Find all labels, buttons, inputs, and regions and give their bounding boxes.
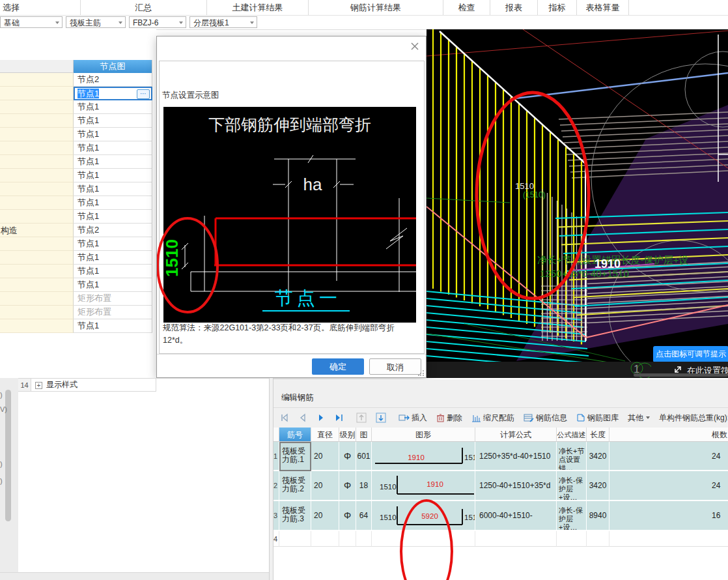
left-cell[interactable] xyxy=(0,196,74,210)
scale-rebar-button[interactable]: 缩尺配筋 xyxy=(471,413,514,424)
display-style-row[interactable]: +显示样式 xyxy=(31,379,156,392)
menu-tab-index[interactable]: 指标 xyxy=(538,0,577,15)
cell-length[interactable]: 3420 xyxy=(587,471,609,501)
cell-grade[interactable]: Φ xyxy=(339,442,356,471)
node-edit-input[interactable]: 节点1 xyxy=(77,89,99,98)
cell-diameter[interactable] xyxy=(311,531,339,547)
cell-diameter[interactable]: 20 xyxy=(311,471,339,501)
node-row[interactable]: 节点1 xyxy=(74,155,152,169)
cell-count[interactable] xyxy=(609,531,728,547)
menu-tab-rebar-results[interactable]: 钢筋计算结果 xyxy=(309,0,443,15)
left-cell[interactable] xyxy=(0,114,74,128)
left-cell[interactable] xyxy=(0,87,74,100)
node-row[interactable]: 节点1 xyxy=(74,251,152,265)
node-row[interactable]: 节点2 xyxy=(74,224,152,237)
cell-grade[interactable] xyxy=(339,531,356,547)
menu-tab-check[interactable]: 检查 xyxy=(443,0,490,15)
cell-figno[interactable]: 18 xyxy=(356,471,372,501)
ok-button[interactable]: 确定 xyxy=(312,358,364,375)
cell-count[interactable]: 16 xyxy=(609,501,728,531)
cell-figno[interactable]: 64 xyxy=(356,501,372,531)
left-cell[interactable] xyxy=(0,182,74,196)
left-cell[interactable] xyxy=(0,73,74,87)
expand-icon[interactable]: + xyxy=(35,382,42,389)
left-cell[interactable] xyxy=(0,100,74,114)
left-cell[interactable] xyxy=(0,319,74,333)
col-header-length[interactable]: 长度 xyxy=(587,428,609,442)
menu-tab-select[interactable]: 选择 xyxy=(0,0,81,15)
nav-last-icon[interactable] xyxy=(335,413,346,422)
left-cell[interactable] xyxy=(0,306,74,319)
cell-desc[interactable]: 净长-保护层+设… xyxy=(557,501,587,531)
delete-button[interactable]: 删除 xyxy=(436,413,462,424)
rebar-row-2[interactable]: 2 筏板受力筋.2 20 Φ 18 1510 1910 1250-40+1510… xyxy=(273,471,728,501)
node-row[interactable]: 节点1 xyxy=(74,114,152,128)
node-row[interactable]: 节点1 xyxy=(74,169,152,182)
nav-first-icon[interactable] xyxy=(280,413,291,422)
nav-next-icon[interactable] xyxy=(317,413,327,422)
cell-formula[interactable]: 1250+35*d-40+1510 xyxy=(475,442,557,471)
cell-length[interactable]: 8940 xyxy=(587,501,609,531)
cell-desc[interactable]: 净长-保护层+设… xyxy=(557,471,587,501)
cell-diameter[interactable]: 20 xyxy=(311,501,339,531)
rebar-info-button[interactable]: 钢筋信息 xyxy=(524,413,567,424)
insert-button[interactable]: 插入 xyxy=(399,413,427,424)
left-cell[interactable] xyxy=(0,128,74,141)
node-row[interactable]: 节点1 xyxy=(74,141,152,155)
cell-count[interactable]: 24 xyxy=(609,471,728,501)
cell-name[interactable]: 筏板受力筋.2 xyxy=(279,471,311,501)
left-cell[interactable] xyxy=(0,141,74,155)
cell-count[interactable]: 24 xyxy=(609,442,728,471)
3d-viewport[interactable]: 1510 (1510) 净长+节点设置锚固长度-保护层+设 1250+35*d-… xyxy=(427,29,728,378)
layer-dropdown[interactable]: 分层筏板1 xyxy=(189,16,257,28)
menu-tab-summary[interactable]: 汇总 xyxy=(81,0,207,15)
move-down-icon[interactable] xyxy=(376,413,388,423)
node-row[interactable]: 节点1 xyxy=(74,319,152,333)
cell-name[interactable]: 筏板受力筋.1 xyxy=(279,442,311,471)
cell-formula[interactable]: 1250-40+1510+35*d xyxy=(475,471,557,501)
col-header-name[interactable]: 筋号 xyxy=(279,428,311,442)
cell-grade[interactable]: Φ xyxy=(339,471,356,501)
left-cell[interactable] xyxy=(0,155,74,169)
menu-tab-civil-results[interactable]: 土建计算结果 xyxy=(207,0,309,15)
cell-shape[interactable]: 1910 1510 xyxy=(372,442,475,471)
node-row-editing[interactable]: 节点1⋯ xyxy=(74,87,152,100)
cell-formula[interactable] xyxy=(475,531,557,547)
menu-tab-report[interactable]: 报表 xyxy=(490,0,538,15)
node-row[interactable]: 矩形布置 xyxy=(74,306,152,319)
col-header-figno[interactable]: 图号 xyxy=(356,428,372,442)
move-up-icon[interactable] xyxy=(356,413,369,423)
rebar-row-4[interactable]: 4 xyxy=(273,531,728,547)
close-icon[interactable] xyxy=(410,41,420,51)
other-dropdown[interactable]: 其他 xyxy=(628,413,650,424)
col-header-shape[interactable]: 图形 xyxy=(372,428,475,442)
resize-grip[interactable] xyxy=(418,370,425,376)
cell-figno[interactable]: 601 xyxy=(356,442,372,471)
cell-grade[interactable]: Φ xyxy=(339,501,356,531)
left-cell[interactable] xyxy=(0,278,74,292)
rebar-row-1[interactable]: 1 筏板受力筋.1 20 Φ 601 1910 1510 1250+35*d-4… xyxy=(273,442,728,471)
cell-desc[interactable]: 净长+节点设置锚… xyxy=(557,442,587,471)
element-type-dropdown[interactable]: 筏板主筋 xyxy=(66,16,126,28)
node-row[interactable]: 节点1 xyxy=(74,237,152,251)
element-name-dropdown[interactable]: FBZJ-6 xyxy=(129,16,186,28)
node-row[interactable]: 节点1 xyxy=(74,278,152,292)
panel-divider[interactable] xyxy=(269,378,273,580)
viewport-scrollbar[interactable] xyxy=(634,373,728,377)
category-dropdown[interactable]: 基础 xyxy=(0,16,63,28)
menu-tab-table-calc[interactable]: 表格算量 xyxy=(577,0,629,15)
col-header-grade[interactable]: 级别 xyxy=(339,428,356,442)
col-header-formula[interactable]: 计算公式 xyxy=(475,428,557,442)
col-header-diameter[interactable]: 直径(mm) xyxy=(311,428,339,442)
cell-desc[interactable] xyxy=(557,531,587,547)
col-header-count[interactable]: 根数 xyxy=(609,428,728,442)
cell-name[interactable]: 筏板受力筋.3 xyxy=(279,501,311,531)
ellipsis-button[interactable]: ⋯ xyxy=(137,89,150,99)
nav-prev-icon[interactable] xyxy=(299,413,309,422)
cell-diameter[interactable]: 20 xyxy=(311,442,339,471)
rebar-row-3[interactable]: 3 筏板受力筋.3 20 Φ 64 1510 5920 1510 6000-40… xyxy=(273,501,728,531)
node-row[interactable]: 节点1 xyxy=(74,210,152,224)
left-cell[interactable] xyxy=(0,237,74,251)
left-cell-construct[interactable]: 构造 xyxy=(0,224,74,237)
left-cell[interactable] xyxy=(0,251,74,265)
